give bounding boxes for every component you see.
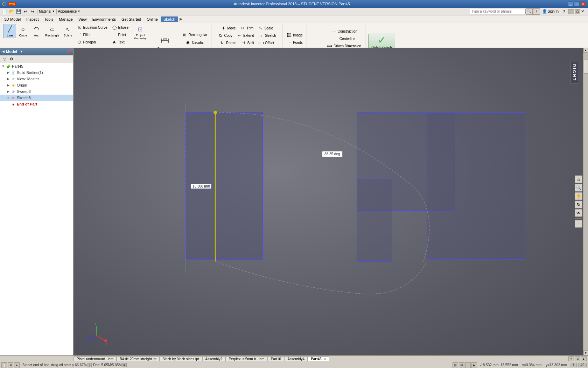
menu-3dmodel[interactable]: 3D Model — [1, 16, 23, 22]
minimize-button[interactable]: _ — [568, 1, 573, 6]
appearance-selector[interactable]: Appearance ▼ — [58, 9, 80, 13]
material-selector[interactable]: Material ▼ — [39, 9, 55, 13]
copy-button[interactable]: ⧉ Copy — [216, 32, 234, 39]
zoom-slider-handle[interactable]: | — [88, 363, 92, 367]
undo-button[interactable]: ↩ — [22, 8, 29, 15]
status-right-icon4[interactable]: ▶ — [471, 362, 477, 368]
tree-expand-solid[interactable]: ▶ — [6, 70, 10, 75]
menu-environments[interactable]: Environments — [90, 16, 119, 22]
spline-tool-button[interactable]: ∿ Spline — [62, 24, 74, 38]
status-icon-1[interactable]: 📋 — [1, 362, 7, 368]
tab-part10[interactable]: Part10 — [268, 356, 284, 361]
filter-button[interactable]: ▽ — [1, 56, 8, 62]
search-input[interactable] — [470, 9, 526, 14]
tree-item-end-of-part[interactable]: ■ End of Part — [0, 101, 73, 107]
tab-scroll-left[interactable]: ◂ — [575, 356, 580, 361]
signin-label[interactable]: Sign In — [548, 9, 559, 13]
panel-dropdown-arrow[interactable]: ▼ — [20, 50, 23, 53]
status-icon-3[interactable]: ▲ — [14, 362, 20, 368]
save-button[interactable]: 💾 — [15, 8, 22, 15]
search-button[interactable]: 🔍 — [526, 8, 533, 15]
line-tool-button[interactable]: ╱ Line — [4, 24, 16, 38]
tab-new-button[interactable]: + — [568, 356, 574, 361]
scrollbar-thumb[interactable] — [584, 60, 588, 74]
tree-expand-origin[interactable]: ▶ — [6, 83, 10, 88]
tree-item-sweep3[interactable]: ▶ ⟳ Sweep3 — [0, 88, 73, 95]
centerline-button[interactable]: —·— Centerline — [331, 35, 357, 42]
rectangle-tool-button[interactable]: ▭ Rectangle — [43, 24, 61, 38]
menu-inspect[interactable]: Inspect — [23, 16, 41, 22]
scale-button[interactable]: ⤡ Scale — [256, 25, 275, 32]
tree-item-sketch8[interactable]: ▷ ✏ Sketch8 — [0, 95, 73, 101]
arc-tool-button[interactable]: ◠ Arc — [30, 24, 43, 38]
settings-button[interactable]: ⚙ — [8, 56, 15, 62]
app-minimize-button[interactable]: _ — [568, 9, 574, 14]
ellipse-button[interactable]: ◯ Ellipse — [110, 24, 130, 31]
status-right-icon1[interactable]: ⊞ — [453, 362, 458, 368]
dimension-value-label[interactable]: 13.308 mm — [191, 184, 212, 189]
circular-button[interactable]: ◉ Circular — [183, 39, 205, 46]
tab-assembly2[interactable]: Assembly2 — [202, 356, 226, 361]
viewport[interactable]: RIGHT 13.308 mm 88.35 deg Z Y X ⌂ 🔍 ✋ ↻ … — [74, 48, 583, 355]
move-button[interactable]: ✛ Move — [219, 25, 237, 32]
nav-pan-button[interactable]: ✋ — [575, 192, 582, 200]
panel-pin-button[interactable]: 📌 — [67, 50, 71, 54]
tab-part45-close[interactable]: ✕ — [324, 358, 326, 361]
tree-expand-sketch8[interactable]: ▷ — [6, 95, 10, 100]
construction-button[interactable]: - - - Construction — [329, 28, 359, 35]
tab-pistol[interactable]: Pistol undermount...iam — [74, 356, 117, 361]
tab-assembly4[interactable]: Assembly4 — [284, 356, 308, 361]
search-options-button[interactable]: ⋮ — [533, 8, 540, 15]
circle-tool-button[interactable]: ○ Circle — [17, 24, 29, 38]
offset-button[interactable]: ⟻ Offset — [257, 39, 276, 46]
tree-expand-view[interactable]: ▶ — [6, 76, 10, 81]
tree-expand-sweep3[interactable]: ▶ — [6, 89, 10, 94]
material-dropdown-arrow[interactable]: ▼ — [52, 10, 55, 13]
menu-getstarted[interactable]: Get Started — [119, 16, 144, 22]
restore-button[interactable]: □ — [574, 1, 580, 6]
stretch-button[interactable]: ↕ Stretch — [257, 32, 278, 39]
trim-button[interactable]: ✂ Trim — [238, 25, 255, 32]
panel-left-arrow[interactable]: ◀ — [2, 50, 5, 53]
text-button[interactable]: A Text — [110, 39, 130, 46]
help-button[interactable]: ? — [561, 8, 567, 15]
rotate-button[interactable]: ↻ Rotate — [218, 39, 238, 46]
status-icon-2[interactable]: 🖥 — [8, 362, 13, 368]
project-geometry-button[interactable]: ⊡ Project Geometry — [131, 24, 150, 41]
status-right-icon2[interactable]: ⊟ — [459, 362, 464, 368]
menu-sketch[interactable]: Sketch — [161, 16, 178, 22]
polygon-button[interactable]: ⬡ Polygon — [75, 39, 109, 46]
app-restore-button[interactable]: □ — [575, 9, 580, 14]
tab-basic[interactable]: BAsic 20mm streight.ipt — [117, 356, 160, 361]
rectangular-button[interactable]: ⊞ Rectangular — [180, 31, 209, 38]
tab-3inch[interactable]: 3inch by 3inch sides.ipt — [160, 356, 202, 361]
extend-button[interactable]: ↔ Extend — [235, 32, 256, 39]
nav-minus-button[interactable]: − — [575, 220, 582, 228]
nav-orbit-button[interactable]: ↻ — [575, 201, 582, 209]
close-button[interactable]: ✕ — [580, 1, 586, 6]
tree-item-solid-bodies[interactable]: ▶ ◫ Solid Bodies(1) — [0, 69, 73, 76]
tree-item-view-master[interactable]: ▶ 👁 View: Master — [0, 76, 73, 82]
tree-expand-part45[interactable]: ▼ — [1, 64, 6, 69]
tree-item-origin[interactable]: ▶ ⊕ Origin — [0, 82, 73, 88]
image-button[interactable]: 🖼 Image — [285, 32, 304, 39]
scroll-down-button[interactable]: ▼ — [583, 350, 588, 355]
points-button[interactable]: · Points — [285, 39, 304, 46]
nav-home-button[interactable]: ⌂ — [575, 176, 582, 183]
tree-item-part45[interactable]: ▼ 🧩 Part45 — [0, 63, 73, 69]
tab-perplexus[interactable]: Perplexus 5mm b...iam — [225, 356, 267, 361]
appearance-dropdown-arrow[interactable]: ▼ — [77, 10, 80, 13]
equation-curve-button[interactable]: fx Equation Curve — [75, 24, 109, 31]
status-right-icon3[interactable]: ↑ — [465, 362, 471, 368]
menu-online[interactable]: Online — [144, 16, 161, 22]
point-button[interactable]: · Point — [110, 31, 130, 38]
app-close-button[interactable]: ✕ — [581, 9, 587, 14]
new-button[interactable]: 📄 — [1, 8, 8, 15]
menu-view[interactable]: View — [76, 16, 90, 22]
open-button[interactable]: 📂 — [8, 8, 15, 15]
tab-scroll-right[interactable]: ▸ — [581, 356, 587, 361]
nav-look-button[interactable]: 👁 — [575, 209, 582, 217]
menu-manage[interactable]: Manage — [56, 16, 76, 22]
fillet-button[interactable]: ⌒ Fillet — [75, 31, 109, 38]
menu-more-button[interactable]: ▶ — [180, 17, 182, 21]
